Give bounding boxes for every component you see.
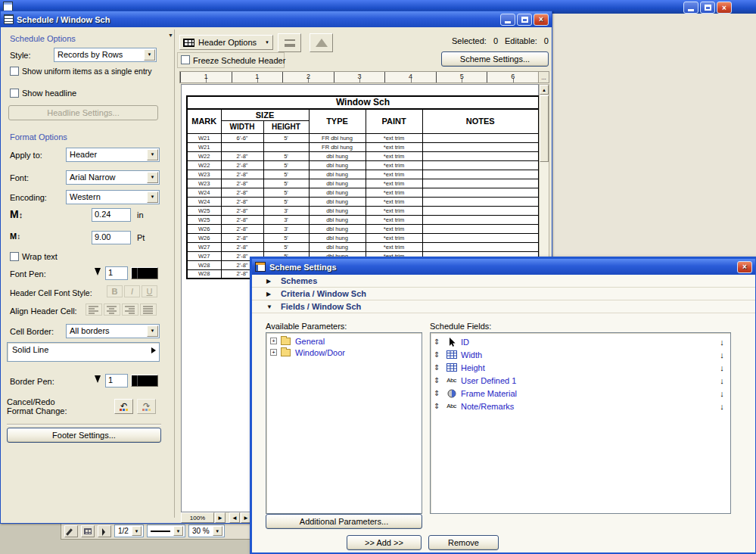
scroll-up-icon[interactable]: ▲ [540,85,549,95]
pen-tool-icon[interactable] [64,525,78,537]
align-right-icon[interactable] [122,303,138,316]
add-button[interactable]: >> Add >> [347,535,422,550]
table-row[interactable]: W242'-8"5'dbl hung*ext trim [187,197,539,206]
split-view-tool-button[interactable] [278,33,301,52]
maximize-icon[interactable] [517,14,532,26]
additional-parameters-button[interactable]: Additional Parameters... [266,514,422,529]
combo-arrow-icon[interactable]: ▼ [147,172,158,183]
move-down-icon[interactable]: ↓ [717,376,726,385]
sum-tool-button[interactable] [310,33,333,52]
line-type-select[interactable]: Solid Line [7,342,160,362]
font-pen-input[interactable]: 1 [105,266,128,280]
table-row[interactable]: W252'-8"3'dbl hung*ext trim [187,215,539,224]
move-down-icon[interactable]: ↓ [717,350,726,359]
dialog-section-fields[interactable]: ▼Fields / Window Sch [252,300,755,313]
schedule-field-row[interactable]: ⇕ID↓ [431,335,730,348]
reorder-handle-icon[interactable]: ⇕ [434,363,442,372]
combo-arrow-icon[interactable]: ▼ [132,526,142,536]
scheme-settings-button[interactable]: Scheme Settings... [441,51,549,67]
combo-arrow-icon[interactable]: ▼ [213,526,222,536]
combo-arrow-icon[interactable]: ▼ [144,49,155,61]
schedule-fields-list[interactable]: ⇕ID↓⇕Width↓⇕Height↓⇕AbcUser Defined 1↓⇕F… [430,332,731,514]
font-select[interactable]: Arial Narrow ▼ [66,170,160,185]
table-row[interactable]: W262'-8"5'dbl hung*ext trim [187,233,539,242]
underline-button[interactable]: U [142,285,157,297]
show-headline-checkbox[interactable] [10,89,19,98]
close-icon[interactable]: × [534,14,549,26]
grid-tool-icon[interactable] [81,525,95,537]
freeze-header-checkbox[interactable] [181,55,190,64]
table-row[interactable]: W262'-8"3'dbl hung*ext trim [187,224,539,233]
table-row[interactable]: W216'-6"5'FR dbl hung*ext trim [187,133,539,142]
parameter-group-row[interactable]: +General [266,335,422,347]
schedule-field-row[interactable]: ⇕AbcUser Defined 1↓ [431,374,730,387]
align-justify-icon[interactable] [140,303,157,316]
panel-collapse-icon[interactable]: ▼ [166,33,175,40]
flyout-arrow-icon[interactable] [151,347,156,353]
schedule-field-row[interactable]: ⇕Frame Material↓ [431,387,730,400]
redo-format-button[interactable]: ↷ [137,399,156,414]
section-collapsed-icon[interactable]: ▶ [266,291,274,297]
zoom-menu-icon[interactable]: ► [215,512,226,523]
scheme-settings-titlebar[interactable]: Scheme Settings × [252,259,755,275]
table-row[interactable]: W272'-8"5'dbl hung*ext trim [187,242,539,251]
undo-format-button[interactable]: ↶ [114,399,133,414]
schedule-field-row[interactable]: ⇕Height↓ [431,361,730,374]
parameter-group-row[interactable]: +Window/Door [266,347,422,358]
move-down-icon[interactable]: ↓ [717,338,726,347]
apply-to-select[interactable]: Header ▼ [66,148,160,162]
border-pen-input[interactable]: 1 [105,374,128,387]
ruler-options-button[interactable]: ... [538,72,549,82]
reorder-handle-icon[interactable]: ⇕ [434,389,442,397]
line-select[interactable]: ▼ [147,524,185,537]
maximize-icon[interactable] [700,2,715,14]
headline-settings-button[interactable]: Headline Settings... [8,105,158,120]
wrap-text-checkbox[interactable] [10,252,19,261]
style-select[interactable]: Records by Rows ▼ [54,48,157,62]
schedule-window-titlebar[interactable]: Schedule / Window Sch × [1,11,552,27]
zoom-level-button[interactable]: 100% [181,512,214,523]
table-row[interactable]: W242'-8"5'dbl hung*ext trim [187,188,539,197]
close-icon[interactable]: × [737,261,752,273]
reorder-handle-icon[interactable]: ⇕ [434,376,442,384]
combo-arrow-icon[interactable]: ▼ [147,191,158,203]
reorder-handle-icon[interactable]: ⇕ [434,350,442,359]
zoom-select[interactable]: 30 % ▼ [188,524,225,537]
table-row[interactable]: W232'-8"5'dbl hung*ext trim [187,179,539,188]
available-parameters-list[interactable]: +General+Window/Door [266,332,422,514]
move-down-icon[interactable]: ↓ [717,363,726,372]
dialog-section-criteria[interactable]: ▶Criteria / Window Sch [252,288,755,300]
table-row[interactable]: W222'-8"5'dbl hung*ext trim [187,160,539,170]
table-row[interactable]: W232'-8"5'dbl hung*ext trim [187,170,539,179]
dialog-section-schemes[interactable]: ▶Schemes [252,275,755,288]
reorder-handle-icon[interactable]: ⇕ [434,402,442,410]
reorder-handle-icon[interactable]: ⇕ [434,338,442,346]
schedule-field-row[interactable]: ⇕Width↓ [431,348,730,361]
char-height-input[interactable]: 0.24 [92,208,131,222]
border-pen-color-button[interactable] [131,375,158,387]
font-size-input[interactable]: 9.00 [92,231,131,244]
bold-button[interactable]: B [107,285,123,297]
combo-arrow-icon[interactable]: ▼ [147,149,158,160]
cursor-tool-icon[interactable] [98,525,111,537]
italic-button[interactable]: I [124,285,140,297]
scale-select[interactable]: 1/2 ▼ [114,524,144,537]
encoding-select[interactable]: Western ▼ [66,190,160,204]
close-icon[interactable]: × [717,2,732,14]
combo-arrow-icon[interactable]: ▼ [147,325,158,337]
schedule-field-row[interactable]: ⇕AbcNote/Remarks↓ [431,400,730,412]
table-row[interactable]: W252'-8"3'dbl hung*ext trim [187,206,539,215]
font-pen-color-button[interactable] [131,267,158,279]
uniform-items-checkbox[interactable] [10,67,19,76]
table-row[interactable]: W21FR dbl hung*ext trim [187,142,539,151]
minimize-icon[interactable] [683,2,698,14]
scrollbar-thumb[interactable] [540,95,549,162]
header-options-dropdown[interactable]: Header Options ▼ [179,35,273,50]
expand-plus-icon[interactable]: + [270,349,277,356]
move-down-icon[interactable]: ↓ [717,402,726,411]
cell-border-select[interactable]: All borders ▼ [66,324,160,338]
minimize-icon[interactable] [500,14,515,26]
footer-settings-button[interactable]: Footer Settings... [7,428,161,443]
remove-button[interactable]: Remove [428,535,499,550]
combo-arrow-icon[interactable]: ▼ [173,526,183,536]
